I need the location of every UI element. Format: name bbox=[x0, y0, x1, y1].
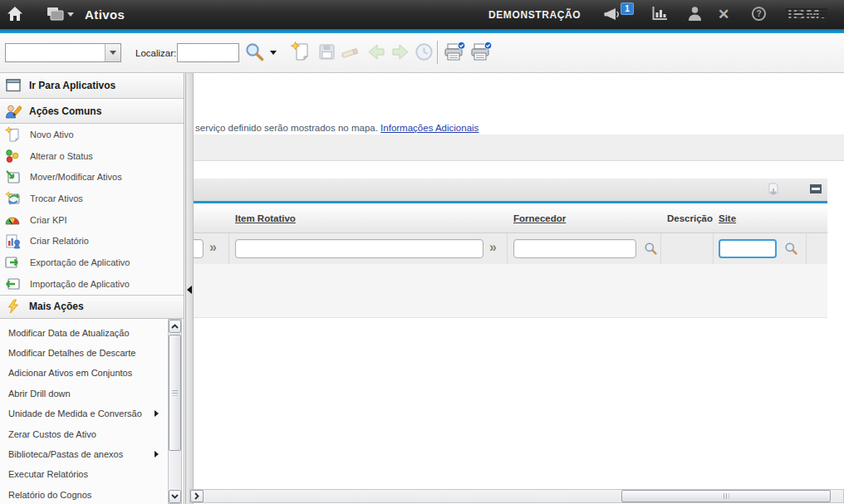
more-action-item[interactable]: Abrir Drill down bbox=[0, 384, 184, 404]
section-band bbox=[194, 135, 844, 161]
scrollbar-thumb[interactable] bbox=[621, 490, 831, 502]
arrow-right-icon bbox=[390, 42, 411, 63]
results-table: Item Rotativo Fornecedor Descrição Site … bbox=[194, 179, 827, 318]
select-value-chevron-icon[interactable]: » bbox=[209, 240, 216, 255]
more-action-item[interactable]: Relatório do Cognos bbox=[0, 485, 184, 504]
move-asset-icon bbox=[4, 169, 21, 184]
action-exportacao[interactable]: Exportação de Aplicativo bbox=[0, 252, 184, 273]
more-action-item[interactable]: Executar Relatórios bbox=[0, 464, 184, 484]
profile-button[interactable] bbox=[687, 0, 703, 29]
scrollbar-grip bbox=[724, 493, 729, 499]
close-icon: ✕ bbox=[718, 6, 729, 23]
column-header-fornecedor[interactable]: Fornecedor bbox=[513, 203, 566, 233]
sidebar-scrollbar[interactable] bbox=[168, 319, 182, 504]
help-button[interactable]: ? bbox=[751, 0, 767, 29]
chevron-down-icon bbox=[67, 12, 74, 17]
submenu-arrow-icon bbox=[155, 410, 159, 417]
site-filter-input[interactable] bbox=[719, 239, 777, 258]
search-icon bbox=[244, 42, 265, 64]
magnifier-icon[interactable] bbox=[784, 242, 798, 257]
save-button[interactable] bbox=[315, 40, 338, 65]
combobox-dropdown-button[interactable] bbox=[105, 44, 120, 61]
more-action-label: Unidade de Medida e Conversão bbox=[8, 409, 142, 418]
toolbar-separator bbox=[437, 41, 438, 64]
action-importacao[interactable]: Importação de Aplicativo bbox=[0, 273, 184, 295]
clear-changes-button[interactable] bbox=[339, 40, 362, 65]
additional-info-link[interactable]: Informações Adicionais bbox=[380, 123, 478, 133]
print-with-attachments-button[interactable] bbox=[469, 40, 493, 65]
go-to-applications-header[interactable]: Ir Para Aplicativos bbox=[0, 73, 184, 99]
history-button[interactable] bbox=[412, 40, 435, 65]
column-header-item-rotativo[interactable]: Item Rotativo bbox=[235, 203, 296, 233]
more-action-item[interactable]: Zerar Custos de Ativo bbox=[0, 423, 184, 443]
more-action-item[interactable]: Biblioteca/Pastas de anexos bbox=[0, 444, 184, 464]
eraser-icon bbox=[340, 42, 362, 63]
notification-count-badge[interactable]: 1 bbox=[621, 2, 634, 15]
action-alterar-status[interactable]: Alterar o Status bbox=[0, 145, 184, 167]
next-record-button[interactable] bbox=[389, 40, 412, 65]
more-action-item[interactable]: Adicionar Ativos em Conjuntos bbox=[0, 363, 184, 383]
scroll-up-button[interactable] bbox=[169, 320, 181, 333]
column-divider bbox=[507, 233, 508, 264]
find-label: Localizar: bbox=[135, 43, 176, 62]
home-button[interactable] bbox=[7, 0, 23, 29]
import-icon bbox=[4, 276, 21, 291]
main-panel: serviço definido serão mostrados no mapa… bbox=[194, 73, 844, 504]
more-action-label: Abrir Drill down bbox=[8, 389, 71, 399]
chevron-down-icon bbox=[270, 51, 277, 55]
more-actions-list: Modificar Data de Atualização Modificar … bbox=[0, 319, 184, 504]
column-header-site[interactable]: Site bbox=[719, 203, 736, 233]
common-actions-header[interactable]: Ações Comuns bbox=[0, 99, 184, 124]
lightning-icon bbox=[5, 299, 22, 314]
select-value-chevron-icon[interactable]: » bbox=[489, 240, 496, 255]
chevron-down-icon bbox=[110, 51, 116, 55]
applications-menu-button[interactable] bbox=[47, 0, 74, 29]
rotating-item-filter-input[interactable] bbox=[235, 239, 483, 258]
more-actions-header[interactable]: Mais Ações bbox=[0, 295, 184, 319]
action-mover-modificar[interactable]: Mover/Modificar Ativos bbox=[0, 166, 184, 188]
column-divider bbox=[806, 233, 807, 264]
panel-splitter[interactable] bbox=[185, 73, 194, 504]
more-action-label: Relatório do Cognos bbox=[8, 490, 91, 500]
find-input[interactable] bbox=[177, 43, 239, 62]
magnifier-icon[interactable] bbox=[644, 242, 658, 257]
more-action-item[interactable]: Modificar Detalhes de Descarte bbox=[0, 343, 184, 363]
application-toolbar: Localizar: bbox=[0, 33, 844, 73]
person-pencil-icon bbox=[5, 104, 22, 119]
search-options-button[interactable] bbox=[266, 40, 281, 65]
vendor-filter-input[interactable] bbox=[513, 239, 636, 258]
action-criar-kpi[interactable]: Criar KPI bbox=[0, 209, 184, 231]
scroll-down-button[interactable] bbox=[169, 490, 181, 503]
horizontal-scrollbar[interactable] bbox=[189, 489, 844, 503]
more-action-label: Modificar Data de Atualização bbox=[8, 328, 130, 338]
collapse-panel-icon[interactable] bbox=[187, 286, 192, 294]
help-icon: ? bbox=[751, 6, 767, 23]
scrollbar-thumb[interactable] bbox=[169, 335, 181, 451]
printer-icon bbox=[444, 42, 466, 64]
applications-menu-icon bbox=[47, 7, 64, 22]
new-record-button[interactable] bbox=[289, 40, 312, 65]
action-label: Exportação de Aplicativo bbox=[30, 257, 130, 267]
top-navigation-bar: Ativos DEMONSTRAÇÃO 1 bbox=[0, 0, 844, 29]
download-icon[interactable] bbox=[765, 182, 782, 200]
more-action-item[interactable]: Unidade de Medida e Conversão bbox=[0, 404, 184, 423]
svg-text:?: ? bbox=[756, 9, 761, 18]
scrollbar-grip bbox=[172, 389, 178, 395]
minimize-table-icon[interactable] bbox=[810, 184, 822, 196]
common-actions-title: Ações Comuns bbox=[29, 105, 101, 117]
previous-record-button[interactable] bbox=[364, 40, 387, 65]
print-button[interactable] bbox=[443, 40, 466, 65]
query-select-combobox[interactable] bbox=[5, 43, 121, 62]
action-trocar-ativos[interactable]: Trocar Ativos bbox=[0, 188, 184, 209]
reports-button[interactable] bbox=[651, 0, 669, 29]
action-novo-ativo[interactable]: Novo Ativo bbox=[0, 124, 184, 145]
more-action-item[interactable]: Modificar Data de Atualização bbox=[0, 323, 184, 343]
scroll-right-button[interactable] bbox=[190, 490, 204, 502]
logout-button[interactable]: ✕ bbox=[718, 0, 729, 29]
swap-assets-icon bbox=[4, 191, 21, 206]
asset-filter-input[interactable] bbox=[194, 239, 204, 258]
combobox-value bbox=[6, 44, 105, 61]
action-criar-relatorio[interactable]: Criar Relatório bbox=[0, 230, 184, 252]
search-button[interactable] bbox=[243, 40, 266, 65]
go-to-applications-label: Ir Para Aplicativos bbox=[29, 80, 115, 91]
